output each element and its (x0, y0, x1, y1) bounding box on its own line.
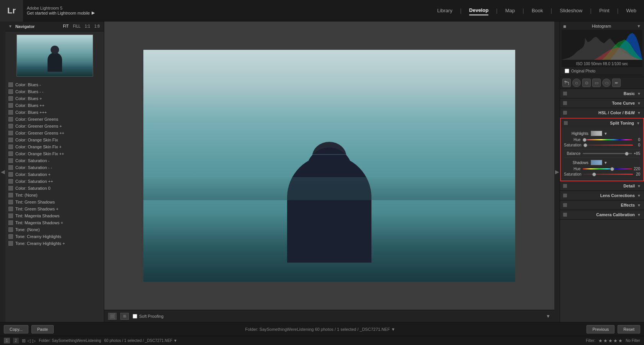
list-item[interactable]: Color: Saturation 0 (5, 185, 104, 192)
highlights-color-swatch[interactable] (591, 131, 602, 136)
page-indicator-2[interactable]: 2 (13, 338, 19, 343)
list-item[interactable]: Color: Saturation + (5, 171, 104, 178)
preset-label: Color: Saturation + (15, 172, 51, 177)
preset-icon (8, 82, 13, 87)
list-item[interactable]: Tone: Creamy Highlights + (5, 240, 104, 247)
split-toning-header[interactable]: Split Toning ▼ (561, 118, 643, 128)
list-item[interactable]: Color: Blues - - (5, 88, 104, 95)
list-item[interactable]: Color: Saturation - (5, 157, 104, 164)
star-1[interactable]: ★ (598, 338, 603, 343)
hsl-header[interactable]: HSL / Color / B&W ▼ (560, 108, 644, 117)
basic-section-header[interactable]: Basic ▼ (560, 89, 644, 98)
reset-button[interactable]: Reset (618, 325, 640, 334)
previous-button[interactable]: Previous (586, 325, 614, 334)
soft-proofing-toggle[interactable]: Soft Proofing (133, 314, 164, 319)
navigator-collapse-icon[interactable]: ▼ (8, 24, 12, 28)
shadows-saturation-slider[interactable] (583, 174, 633, 175)
spot-removal-tool[interactable]: ○ (572, 79, 581, 87)
shadows-color-swatch[interactable] (591, 160, 602, 165)
nav-develop[interactable]: Develop (469, 6, 489, 15)
filter-label: Filter: (586, 338, 595, 343)
split-toning-divider-1 (564, 149, 640, 150)
original-photo-checkbox[interactable] (565, 69, 569, 73)
fill-btn[interactable]: FILL (72, 24, 82, 29)
red-eye-tool[interactable]: ⊙ (582, 79, 591, 87)
status-left: 1 2 ⊞ ◁ ▷ Folder: SaySomethingWereListen… (4, 338, 177, 343)
1to1-btn[interactable]: 1:1 (84, 24, 91, 29)
list-item[interactable]: Color: Saturation ++ (5, 178, 104, 185)
nav-web[interactable]: Web (626, 6, 637, 15)
preset-label: Color: Blues - - (15, 89, 43, 94)
paste-button[interactable]: Paste (31, 325, 54, 334)
filmstrip-view-btn[interactable] (108, 313, 117, 320)
nav-slideshow[interactable]: Slideshow (560, 6, 582, 15)
grid-view-btn[interactable]: ⊞ (120, 313, 129, 320)
soft-proofing-checkbox[interactable] (133, 314, 137, 319)
shadows-hue-slider[interactable] (583, 168, 632, 169)
nav-grid-icon[interactable]: ⊞ (22, 338, 26, 343)
highlights-saturation-slider[interactable] (583, 145, 633, 146)
list-item[interactable]: Tint: Green Shadows + (5, 205, 104, 212)
list-item[interactable]: Color: Orange Skin Fix ++ (5, 150, 104, 157)
left-panel-toggle[interactable]: ◀ (0, 21, 5, 322)
radial-filter-tool[interactable]: ⬭ (602, 79, 611, 87)
list-item[interactable]: Color: Orange Skin Fix + (5, 143, 104, 150)
star-4[interactable]: ★ (613, 338, 618, 343)
list-item[interactable]: Color: Greener Greens (5, 116, 104, 123)
1to8-btn[interactable]: 1:8 (93, 24, 101, 29)
highlights-saturation-label: Saturation (564, 143, 583, 147)
nav-map[interactable]: Map (505, 6, 515, 15)
star-5[interactable]: ★ (618, 338, 623, 343)
crop-tool[interactable] (562, 79, 571, 87)
nav-prev-icon[interactable]: ◁ (27, 338, 31, 343)
list-item[interactable]: Color: Blues + (5, 95, 104, 102)
list-item[interactable]: Color: Greener Greens ++ (5, 130, 104, 136)
list-item[interactable]: Color: Orange Skin Fix (5, 136, 104, 143)
detail-header[interactable]: Detail ▼ (560, 181, 644, 191)
shadows-expand-icon[interactable]: ▼ (604, 161, 608, 165)
balance-row: Balance +85 (564, 151, 640, 156)
preset-icon (8, 214, 13, 218)
highlights-expand-icon[interactable]: ▼ (604, 131, 608, 136)
list-item[interactable]: Tone: Creamy Highlights (5, 233, 104, 240)
list-item[interactable]: Tint: Magenta Shadows (5, 212, 104, 219)
nav-next-icon[interactable]: ▷ (32, 338, 36, 343)
app-logo: Lr (0, 0, 23, 21)
list-item[interactable]: Tint: (None) (5, 192, 104, 199)
right-panel-toggle[interactable]: ▶ (554, 21, 560, 322)
highlights-row: Highlights ▼ (564, 131, 640, 136)
footer-info: Folder: SaySomethingWereListening 60 pho… (57, 327, 583, 332)
balance-slider[interactable] (583, 153, 632, 154)
nav-library[interactable]: Library (437, 6, 452, 15)
list-item[interactable]: Tone: (None) (5, 226, 104, 233)
star-2[interactable]: ★ (603, 338, 608, 343)
highlights-hue-slider[interactable] (583, 139, 632, 140)
list-item[interactable]: Color: Blues ++ (5, 102, 104, 109)
nav-print[interactable]: Print (599, 6, 610, 15)
graduated-filter-tool[interactable]: ▭ (592, 79, 601, 87)
star-3[interactable]: ★ (608, 338, 613, 343)
status-bar: 1 2 ⊞ ◁ ▷ Folder: SaySomethingWereListen… (0, 336, 644, 345)
detail-arrow-icon: ▼ (637, 184, 641, 188)
list-item[interactable]: Color: Blues +++ (5, 109, 104, 116)
adjustment-brush-tool[interactable]: ✒ (612, 79, 621, 87)
list-item[interactable]: Color: Greener Greens + (5, 123, 104, 130)
preset-label: Tone: Creamy Highlights + (15, 241, 65, 246)
bottom-expand-btn[interactable]: ▼ (546, 314, 550, 319)
camera-calibration-header[interactable]: Camera Calibration ▼ (560, 210, 644, 219)
hsl-section: HSL / Color / B&W ▼ (560, 108, 644, 118)
list-item[interactable]: Color: Blues - (5, 81, 104, 88)
fit-btn[interactable]: FIT (62, 24, 70, 29)
preset-label: Color: Greener Greens (15, 117, 58, 122)
copy-button[interactable]: Copy... (4, 325, 28, 334)
tone-curve-header[interactable]: Tone Curve ▼ (560, 99, 644, 108)
effects-header[interactable]: Effects ▼ (560, 200, 644, 210)
list-item[interactable]: Tint: Green Shadows (5, 199, 104, 205)
list-item[interactable]: Tint: Magenta Shadows + (5, 219, 104, 226)
lens-corrections-header[interactable]: Lens Corrections ▼ (560, 191, 644, 200)
page-indicator-1[interactable]: 1 (4, 338, 10, 343)
camera-calibration-section: Camera Calibration ▼ (560, 210, 644, 220)
nav-book[interactable]: Book (532, 6, 543, 15)
list-item[interactable]: Color: Saturation - - (5, 164, 104, 171)
folder-path: Folder: SaySomethingWereListening (39, 338, 101, 343)
